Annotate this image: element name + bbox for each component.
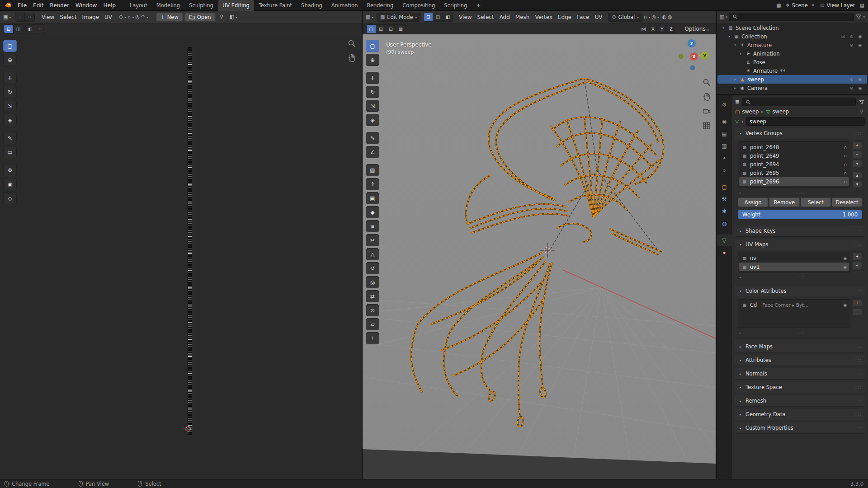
unlink-scene-icon[interactable]: ✕: [810, 3, 816, 8]
tool-bevel[interactable]: ◆: [366, 206, 379, 218]
add-workspace-button[interactable]: +: [472, 2, 484, 9]
snap-magnet-icon[interactable]: ∩: [644, 14, 647, 20]
view-layer-selector[interactable]: ▤ View Layer: [820, 2, 855, 9]
uv-select-mode-vertex[interactable]: ⊡: [4, 24, 14, 33]
remove-color-attribute-button[interactable]: −: [852, 308, 862, 316]
tool-scale[interactable]: ⇲: [366, 100, 379, 112]
gizmo-neg-y[interactable]: [679, 54, 684, 59]
assign-button[interactable]: Assign: [738, 197, 768, 207]
blender-logo-icon[interactable]: [4, 2, 12, 8]
app-menu-item[interactable]: Window: [72, 1, 100, 9]
drag-handle-icon[interactable]: ::::: [854, 358, 862, 362]
tool-relax[interactable]: ◉: [3, 178, 17, 190]
tool-pinch[interactable]: ◇: [3, 192, 17, 204]
viewport-menu-item[interactable]: Vertex: [532, 13, 555, 21]
tool-move[interactable]: ✛: [366, 72, 379, 84]
weight-slider[interactable]: Weight 1.000: [738, 210, 862, 219]
viewport-canvas[interactable]: ▢⊕✛↻⇲◈✎∠▧⇑▣◆≡✂△↺◎⇄⊙▱⊥ User Perspective (…: [363, 34, 716, 479]
row-visibility-icons[interactable]: ⊙ ◉: [850, 43, 863, 47]
chevron-down-icon[interactable]: ▾: [863, 15, 865, 19]
drag-handle-icon[interactable]: ::::: [741, 191, 860, 195]
options-dropdown[interactable]: Options ▾: [681, 25, 712, 33]
workspace-tab-layout[interactable]: Layout: [125, 0, 152, 11]
zoom-icon[interactable]: [347, 39, 356, 48]
select-intersect-icon[interactable]: ⊠: [396, 24, 406, 33]
proportional-editing-icon[interactable]: ◎: [651, 14, 656, 20]
workspace-tab-uv-editing[interactable]: UV Editing: [218, 0, 254, 11]
select-set-icon[interactable]: ▢: [366, 24, 376, 33]
camera-icon[interactable]: ◉: [843, 256, 847, 261]
uv-canvas[interactable]: ▢⊕✛↻⇲◈✎▭✥◉◇: [0, 34, 362, 479]
workspace-tab-sculpting[interactable]: Sculpting: [184, 0, 218, 11]
workspace-tab-scripting[interactable]: Scripting: [439, 0, 472, 11]
drag-handle-icon[interactable]: ::::: [854, 344, 862, 349]
uv-2d-cursor[interactable]: [183, 424, 193, 434]
collapsed-panel-header[interactable]: ▸ Custom Properties ::::: [735, 422, 865, 433]
drag-handle-icon[interactable]: ::::: [854, 289, 862, 293]
drag-handle-icon[interactable]: ::::: [854, 412, 862, 417]
workspace-tab-rendering[interactable]: Rendering: [362, 0, 398, 11]
drag-handle-icon[interactable]: ::::: [741, 331, 860, 335]
outliner-row-animation[interactable]: ▸ ➤ Animation: [717, 49, 867, 58]
lock-icon[interactable]: ∩: [844, 179, 847, 184]
pin-icon[interactable]: [219, 14, 225, 20]
vertex-group-specials-button[interactable]: ▾: [852, 160, 862, 167]
display-channels-icon[interactable]: ◧: [230, 14, 234, 20]
tool-loop-cut[interactable]: ≡: [366, 220, 379, 232]
lock-icon[interactable]: ∩: [844, 162, 847, 167]
tool-rotate[interactable]: ↻: [366, 86, 379, 98]
pin-icon[interactable]: [859, 109, 865, 115]
remove-button[interactable]: Remove: [769, 197, 799, 207]
tool-rip-region[interactable]: ▭: [3, 146, 17, 158]
panel-header-vertex-groups[interactable]: ▾ Vertex Groups ::::: [735, 128, 865, 139]
tool-measure[interactable]: ∠: [366, 146, 379, 158]
uv-select-mode-edge[interactable]: ◫: [14, 24, 24, 33]
uv-select-mode-face[interactable]: ◧: [25, 24, 35, 33]
collapsed-panel-header[interactable]: ▸ Geometry Data ::::: [735, 409, 865, 420]
tool-transform[interactable]: ◈: [3, 114, 17, 126]
tool-spin[interactable]: ↺: [366, 262, 379, 274]
select-mode-face[interactable]: ◧: [443, 13, 453, 22]
uv-menu-item[interactable]: UV: [102, 13, 115, 21]
tool-transform[interactable]: ◈: [366, 114, 379, 126]
expander-icon[interactable]: ▾: [733, 43, 737, 47]
pan-hand-icon[interactable]: [347, 53, 356, 62]
workspace-tab-texture-paint[interactable]: Texture Paint: [254, 0, 297, 11]
tool-select-box[interactable]: ▢: [3, 40, 17, 52]
expander-icon[interactable]: ▸: [733, 86, 737, 90]
tool-extrude[interactable]: ⇑: [366, 178, 379, 190]
drag-handle-icon[interactable]: ::::: [854, 371, 862, 376]
screen-layout-icon[interactable]: ▦: [776, 2, 781, 8]
vertex-group-item[interactable]: ▦ point_2695 ∩: [739, 169, 849, 177]
tool-select-box[interactable]: ▢: [366, 40, 379, 52]
panel-header-color-attributes[interactable]: ▾ Color Attributes ::::: [735, 286, 865, 296]
properties-tab-view-layer[interactable]: ▥: [717, 140, 732, 151]
editor-type-outliner-icon[interactable]: ▥: [720, 14, 724, 20]
properties-tab-material[interactable]: ●: [717, 247, 732, 258]
tool-poly-build[interactable]: △: [366, 248, 379, 260]
tool-rotate[interactable]: ↻: [3, 86, 17, 98]
drag-handle-icon[interactable]: ::::: [854, 242, 862, 247]
camera-icon[interactable]: ◉: [843, 265, 847, 269]
tool-smooth[interactable]: ◎: [366, 276, 379, 288]
add-vertex-group-button[interactable]: +: [852, 141, 862, 149]
mirror-axis-button[interactable]: X: [649, 25, 657, 33]
properties-tab-output[interactable]: ▤: [717, 128, 732, 139]
properties-tab-tool[interactable]: ⚙: [717, 99, 732, 110]
add-color-attribute-button[interactable]: +: [852, 299, 862, 307]
outliner-row-collection[interactable]: ▾ ▦ Collection ☑ ⊙ ◉: [717, 32, 867, 41]
drag-handle-icon[interactable]: ::::: [854, 399, 862, 403]
camera-view-icon[interactable]: [702, 107, 711, 116]
chevron-down-icon[interactable]: ▾: [741, 120, 743, 124]
row-visibility-icons[interactable]: ⊙ ◉: [850, 86, 863, 90]
tool-grab[interactable]: ✥: [3, 164, 17, 176]
uv-menu-item[interactable]: Image: [79, 13, 102, 21]
properties-tab-render[interactable]: ◉: [717, 116, 732, 127]
workspace-tab-compositing[interactable]: Compositing: [398, 0, 439, 11]
properties-tab-physics[interactable]: ◍: [717, 218, 732, 229]
uv-map-item[interactable]: ▦ uv1 ◉: [739, 263, 849, 271]
breadcrumb-data[interactable]: ▽ sweep: [766, 108, 789, 115]
select-button[interactable]: Select: [801, 197, 831, 207]
app-menu-item[interactable]: Edit: [30, 1, 47, 9]
viewport-menu-item[interactable]: Mesh: [513, 13, 533, 21]
